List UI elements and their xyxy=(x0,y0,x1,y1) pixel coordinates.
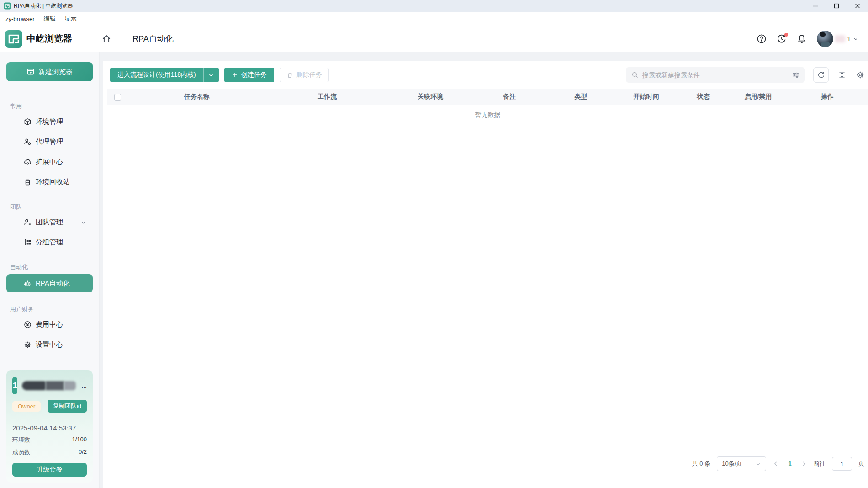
sidebar-item-rpa-automation[interactable]: RPA自动化 xyxy=(6,274,93,292)
row-height-icon[interactable] xyxy=(837,70,847,80)
page-size-select[interactable]: 10条/页 xyxy=(717,456,766,471)
column-task-name: 任务名称 xyxy=(127,89,266,105)
select-all-checkbox[interactable] xyxy=(114,94,121,101)
sidebar-item-label: 分组管理 xyxy=(36,238,63,247)
robot-icon xyxy=(24,280,32,287)
flow-design-dropdown-button[interactable] xyxy=(203,68,219,82)
menu-item-app[interactable]: zy-browser xyxy=(4,16,39,22)
menu-item-edit[interactable]: 编辑 xyxy=(39,15,60,23)
flow-design-button[interactable]: 进入流程设计(使用118内核) xyxy=(110,68,203,82)
bell-icon[interactable] xyxy=(797,34,807,44)
app-logo-icon xyxy=(4,2,11,10)
settings-gear-icon xyxy=(24,341,32,349)
team-name-redacted xyxy=(22,381,76,390)
chevron-down-icon xyxy=(755,461,761,467)
user-name-redacted xyxy=(835,35,845,42)
create-task-label: 创建任务 xyxy=(241,71,267,79)
task-table: 任务名称 工作流 关联环境 备注 类型 开始时间 状态 启用/禁用 操作 xyxy=(107,89,868,105)
delete-task-button[interactable]: 删除任务 xyxy=(280,68,329,82)
new-browser-label: 新建浏览器 xyxy=(38,68,73,76)
sidebar-item-label: 团队管理 xyxy=(36,218,63,227)
owner-badge: Owner xyxy=(12,401,41,412)
avatar[interactable] xyxy=(817,31,833,47)
help-icon[interactable] xyxy=(757,34,767,44)
sidebar-item-label: 环境回收站 xyxy=(36,178,70,186)
stat-label: 环境数 xyxy=(12,436,30,444)
column-workflow: 工作流 xyxy=(266,89,388,105)
column-linked-environment: 关联环境 xyxy=(388,89,473,105)
column-remark: 备注 xyxy=(473,89,546,105)
copy-team-id-button[interactable]: 复制团队id xyxy=(48,400,87,413)
sidebar-item-environment[interactable]: 环境管理 xyxy=(6,111,93,132)
close-button[interactable] xyxy=(847,0,868,12)
brand-logo-icon xyxy=(5,30,23,48)
chevron-down-icon xyxy=(80,219,86,225)
sidebar-item-settings-center[interactable]: 设置中心 xyxy=(6,334,93,355)
team-icon xyxy=(24,218,32,226)
table-header-row: 任务名称 工作流 关联环境 备注 类型 开始时间 状态 启用/禁用 操作 xyxy=(107,89,868,105)
stat-value: 0/2 xyxy=(79,448,87,456)
content-card: 进入流程设计(使用118内核) 创建任务 删除任务 xyxy=(103,61,868,488)
app-header: 中屹浏览器 RPA自动化 1 xyxy=(0,26,868,52)
section-label-common: 常用 xyxy=(10,102,93,111)
sidebar-item-team-management[interactable]: 团队管理 xyxy=(6,212,93,232)
sidebar-item-proxy[interactable]: 代理管理 xyxy=(6,132,93,152)
home-icon[interactable] xyxy=(100,32,113,46)
column-status: 状态 xyxy=(677,89,730,105)
proxy-user-icon xyxy=(24,138,32,146)
sidebar-item-recycle-bin[interactable]: 环境回收站 xyxy=(6,172,93,192)
create-task-button[interactable]: 创建任务 xyxy=(224,68,274,82)
menu-item-view[interactable]: 显示 xyxy=(60,15,81,23)
sidebar-item-extensions[interactable]: 扩展中心 xyxy=(6,152,93,172)
filter-icon[interactable] xyxy=(792,71,799,79)
maximize-button[interactable] xyxy=(826,0,847,12)
plus-icon xyxy=(232,72,238,78)
update-check-icon[interactable] xyxy=(777,34,787,44)
upgrade-plan-button[interactable]: 升级套餐 xyxy=(12,463,87,477)
search-input[interactable] xyxy=(642,71,788,79)
goto-page-input[interactable] xyxy=(832,457,852,471)
team-card: 1 ... Owner 复制团队id 2025-09-04 14:53:37 环… xyxy=(6,370,93,483)
sidebar-item-fee-center[interactable]: 费用中心 xyxy=(6,314,93,334)
column-settings-gear-icon[interactable] xyxy=(855,70,865,80)
notification-dot xyxy=(784,33,788,37)
goto-label: 前往 xyxy=(814,460,826,468)
empty-state: 暂无数据 xyxy=(107,105,868,126)
header-actions: 1 xyxy=(757,31,859,47)
stat-value: 1/100 xyxy=(72,436,87,444)
window-title: RPA自动化 | 中屹浏览器 xyxy=(14,2,73,10)
prev-page-button[interactable] xyxy=(773,461,779,467)
sidebar: 新建浏览器 常用 环境管理 代理管理 扩展中心 xyxy=(0,52,100,488)
main-area: 进入流程设计(使用118内核) 创建任务 删除任务 xyxy=(100,52,868,488)
refresh-button[interactable] xyxy=(813,67,829,83)
column-start-time: 开始时间 xyxy=(615,89,677,105)
minimize-button[interactable] xyxy=(805,0,826,12)
total-count: 共 0 条 xyxy=(692,460,710,468)
user-menu[interactable]: 1 xyxy=(817,31,859,47)
search-icon xyxy=(631,71,639,79)
delete-task-label: 删除任务 xyxy=(296,71,322,79)
sidebar-item-label: 代理管理 xyxy=(36,138,63,146)
new-browser-button[interactable]: 新建浏览器 xyxy=(6,62,93,81)
stat-label: 成员数 xyxy=(12,448,30,456)
team-badge: 1 xyxy=(12,377,17,394)
current-page[interactable]: 1 xyxy=(785,460,794,467)
pagination-footer: 共 0 条 10条/页 1 前往 页 xyxy=(103,450,868,488)
menu-bar: zy-browser 编辑 显示 xyxy=(0,12,868,26)
next-page-button[interactable] xyxy=(801,461,807,467)
toolbar: 进入流程设计(使用118内核) 创建任务 删除任务 xyxy=(103,61,868,88)
divider xyxy=(12,419,87,419)
brand: 中屹浏览器 xyxy=(5,30,100,48)
chevron-down-icon xyxy=(208,72,214,78)
goto-suffix: 页 xyxy=(858,460,864,468)
page-size-value: 10条/页 xyxy=(722,460,742,468)
user-name-suffix: 1 xyxy=(847,35,851,42)
sidebar-item-group-management[interactable]: 分组管理 xyxy=(6,232,93,252)
column-type: 类型 xyxy=(546,89,615,105)
team-name-ellipsis: ... xyxy=(81,382,87,389)
fee-icon xyxy=(24,321,32,329)
sidebar-item-label: 设置中心 xyxy=(36,340,63,349)
extension-cloud-icon xyxy=(24,158,32,166)
stat-environments: 环境数 1/100 xyxy=(12,436,87,444)
sidebar-item-label: 环境管理 xyxy=(36,117,63,126)
